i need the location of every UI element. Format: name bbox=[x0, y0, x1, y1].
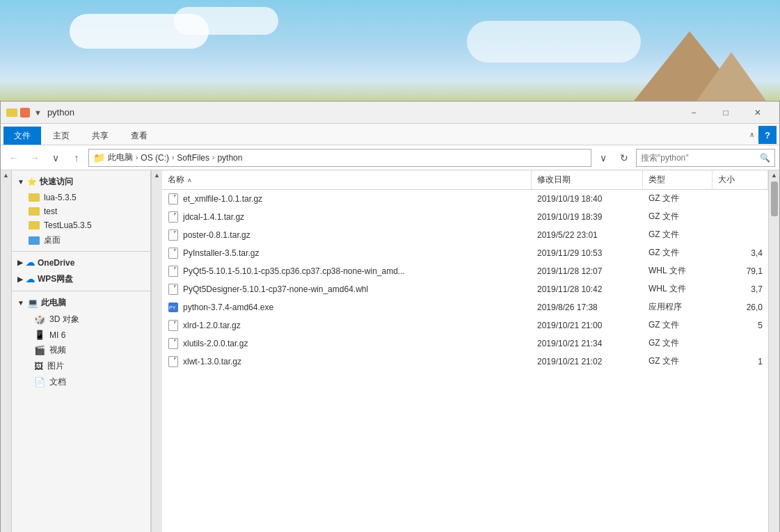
file-date: 2019/10/19 18:39 bbox=[532, 212, 643, 222]
vscroll-thumb[interactable] bbox=[771, 182, 778, 216]
title-bar: ▼ python − □ ✕ bbox=[1, 102, 779, 124]
table-row[interactable]: xlwt-1.3.0.tar.gz 2019/10/21 21:02 GZ 文件… bbox=[162, 353, 768, 371]
tab-view[interactable]: 查看 bbox=[120, 127, 158, 145]
file-name: jdcal-1.4.1.tar.gz bbox=[183, 212, 244, 222]
path-osc[interactable]: OS (C:) bbox=[141, 153, 169, 163]
tab-home[interactable]: 主页 bbox=[42, 127, 80, 145]
vertical-scroll-left: ▲ ▼ bbox=[151, 170, 162, 532]
forward-button[interactable]: → bbox=[26, 149, 44, 167]
chevron-icon: ▼ bbox=[17, 178, 24, 186]
scroll-up-arrow[interactable]: ▲ bbox=[152, 170, 161, 180]
sort-arrow-icon: ∧ bbox=[187, 177, 192, 184]
address-bar: ← → ∨ ↑ 📁 此电脑 › OS (C:) › SoftFiles › py… bbox=[1, 145, 779, 170]
file-date: 2019/10/19 18:40 bbox=[532, 194, 643, 204]
vscroll-up[interactable]: ▲ bbox=[770, 170, 779, 180]
refresh-button[interactable]: ↻ bbox=[615, 149, 633, 167]
sidebar-item-pictures[interactable]: 🖼 图片 bbox=[12, 358, 150, 374]
table-row[interactable]: xlrd-1.2.0.tar.gz 2019/10/21 21:00 GZ 文件… bbox=[162, 316, 768, 334]
quick-access-label: 快速访问 bbox=[40, 176, 73, 188]
main-container: ▲ ▼ ▼ ⭐ 快速访问 lua-5.3.5 test bbox=[1, 170, 779, 532]
file-doc-icon bbox=[168, 248, 179, 259]
phone-icon: 📱 bbox=[34, 330, 45, 340]
explorer-window: ▼ python − □ ✕ 文件 主页 共享 查看 ∧ ? ← → ∨ ↑ 📁 bbox=[0, 101, 780, 532]
sidebar-item-3d[interactable]: 🎲 3D 对象 bbox=[12, 312, 150, 328]
file-name-cell: xlrd-1.2.0.tar.gz bbox=[162, 320, 532, 331]
file-date: 2019/5/22 23:01 bbox=[532, 230, 643, 240]
table-row[interactable]: et_xmlfile-1.0.1.tar.gz 2019/10/19 18:40… bbox=[162, 190, 768, 208]
ribbon-tabs: 文件 主页 共享 查看 bbox=[1, 124, 745, 145]
path-softfiles[interactable]: SoftFiles bbox=[177, 153, 209, 163]
sidebar-item-mi6[interactable]: 📱 MI 6 bbox=[12, 328, 150, 342]
sidebar-item-video[interactable]: 🎬 视频 bbox=[12, 342, 150, 358]
file-type: GZ 文件 bbox=[643, 355, 713, 367]
path-this-pc[interactable]: 此电脑 bbox=[108, 152, 133, 163]
file-date: 2019/10/21 21:34 bbox=[532, 339, 643, 348]
sidebar-quick-access[interactable]: ▼ ⭐ 快速访问 bbox=[12, 173, 150, 191]
search-input[interactable] bbox=[641, 153, 760, 163]
vertical-scrollbar-right: ▲ ▼ bbox=[768, 170, 779, 532]
col-type-label: 类型 bbox=[648, 174, 665, 186]
file-type: GZ 文件 bbox=[643, 211, 713, 223]
title-dropdown-arrow[interactable]: ▼ bbox=[34, 108, 42, 117]
file-size: 3,7 bbox=[713, 284, 768, 294]
file-name-cell: PY python-3.7.4-amd64.exe bbox=[162, 302, 532, 313]
ribbon-expand-button[interactable]: ∧ bbox=[745, 125, 758, 143]
table-row[interactable]: PyInstaller-3.5.tar.gz 2019/11/29 10:53 … bbox=[162, 244, 768, 262]
back-button[interactable]: ← bbox=[5, 149, 23, 167]
quick-access-icon: ⭐ bbox=[27, 177, 37, 186]
sidebar-item-desktop[interactable]: 桌面 bbox=[12, 232, 150, 248]
col-header-date[interactable]: 修改日期 bbox=[532, 170, 643, 189]
thispc-label: 此电脑 bbox=[41, 297, 66, 309]
minimize-button[interactable]: − bbox=[678, 102, 710, 124]
sidebar-thispc[interactable]: ▼ 💻 此电脑 bbox=[12, 294, 150, 312]
sidebar-item-label: test bbox=[44, 207, 57, 216]
address-path[interactable]: 📁 此电脑 › OS (C:) › SoftFiles › python bbox=[88, 149, 591, 167]
col-header-name[interactable]: 名称 ∧ bbox=[162, 170, 532, 189]
search-button[interactable]: 🔍 bbox=[760, 153, 770, 163]
help-button[interactable]: ? bbox=[758, 126, 777, 144]
sidebar-wps[interactable]: ▶ ☁ WPS网盘 bbox=[12, 271, 150, 288]
close-button[interactable]: ✕ bbox=[742, 102, 774, 124]
sidebar-item-lua[interactable]: lua-5.3.5 bbox=[12, 191, 150, 204]
maximize-button[interactable]: □ bbox=[710, 102, 742, 124]
title-bar-icons: ▼ bbox=[6, 108, 42, 118]
file-name: python-3.7.4-amd64.exe bbox=[183, 303, 273, 312]
table-row[interactable]: PyQt5Designer-5.10.1-cp37-none-win_amd64… bbox=[162, 280, 768, 298]
tab-file[interactable]: 文件 bbox=[3, 127, 41, 145]
file-doc-icon bbox=[168, 193, 179, 204]
file-rows: et_xmlfile-1.0.1.tar.gz 2019/10/19 18:40… bbox=[162, 190, 768, 532]
file-date: 2019/11/29 10:53 bbox=[532, 248, 643, 258]
col-header-size[interactable]: 大小 bbox=[713, 170, 768, 189]
address-dropdown-button[interactable]: ∨ bbox=[594, 149, 612, 167]
title-bar-controls: − □ ✕ bbox=[678, 102, 774, 124]
file-size: 1 bbox=[713, 357, 768, 366]
file-type: 应用程序 bbox=[643, 301, 713, 313]
column-headers: 名称 ∧ 修改日期 类型 大小 bbox=[162, 170, 768, 190]
title-folder-icon bbox=[6, 108, 17, 117]
table-row[interactable]: poster-0.8.1.tar.gz 2019/5/22 23:01 GZ 文… bbox=[162, 226, 768, 244]
file-doc-icon bbox=[168, 284, 179, 295]
file-name: et_xmlfile-1.0.1.tar.gz bbox=[183, 194, 262, 204]
sidebar-scroll-up[interactable]: ▲ bbox=[3, 172, 9, 179]
tab-share[interactable]: 共享 bbox=[81, 127, 119, 145]
table-row[interactable]: jdcal-1.4.1.tar.gz 2019/10/19 18:39 GZ 文… bbox=[162, 208, 768, 226]
file-name-cell: jdcal-1.4.1.tar.gz bbox=[162, 211, 532, 223]
folder-icon-address: 📁 bbox=[93, 152, 105, 163]
sidebar-item-docs[interactable]: 📄 文档 bbox=[12, 374, 150, 390]
onedrive-label: OneDrive bbox=[38, 258, 74, 268]
sidebar-item-label: 视频 bbox=[49, 344, 66, 356]
sidebar-item-test[interactable]: test bbox=[12, 204, 150, 218]
path-current[interactable]: python bbox=[217, 153, 242, 163]
col-header-type[interactable]: 类型 bbox=[643, 170, 713, 189]
sidebar-onedrive[interactable]: ▶ ☁ OneDrive bbox=[12, 255, 150, 271]
file-size: 79,1 bbox=[713, 266, 768, 276]
table-row[interactable]: PyQt5-5.10.1-5.10.1-cp35.cp36.cp37.cp38-… bbox=[162, 262, 768, 280]
table-row[interactable]: xlutils-2.0.0.tar.gz 2019/10/21 21:34 GZ… bbox=[162, 334, 768, 353]
onedrive-icon: ☁ bbox=[26, 257, 35, 268]
up-button[interactable]: ↑ bbox=[67, 149, 86, 167]
table-row[interactable]: PY python-3.7.4-amd64.exe 2019/8/26 17:3… bbox=[162, 298, 768, 316]
file-name-cell: PyInstaller-3.5.tar.gz bbox=[162, 248, 532, 259]
wps-label: WPS网盘 bbox=[38, 273, 73, 285]
dropdown-button[interactable]: ∨ bbox=[47, 149, 65, 167]
sidebar-item-testlua[interactable]: TestLua5.3.5 bbox=[12, 218, 150, 232]
